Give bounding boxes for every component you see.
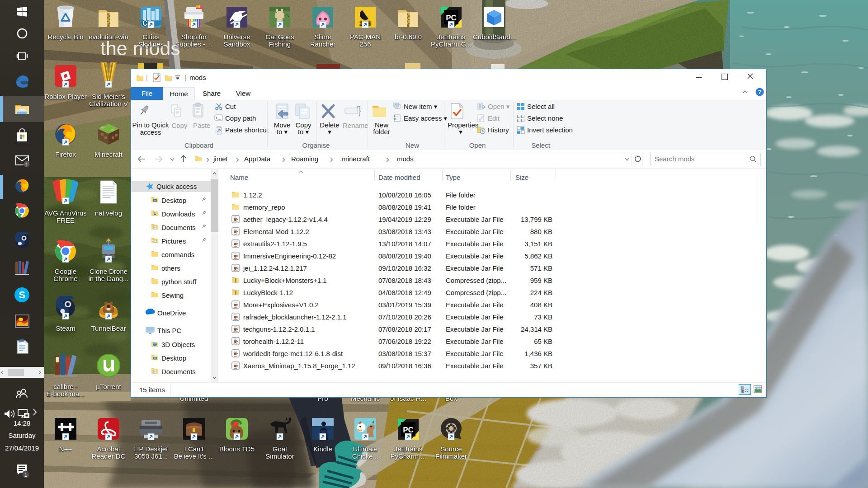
svg-text:S: S bbox=[19, 289, 25, 300]
svg-text:1: 1 bbox=[25, 162, 28, 167]
svg-text:?: ? bbox=[758, 89, 762, 95]
svg-text:1: 1 bbox=[24, 472, 27, 478]
